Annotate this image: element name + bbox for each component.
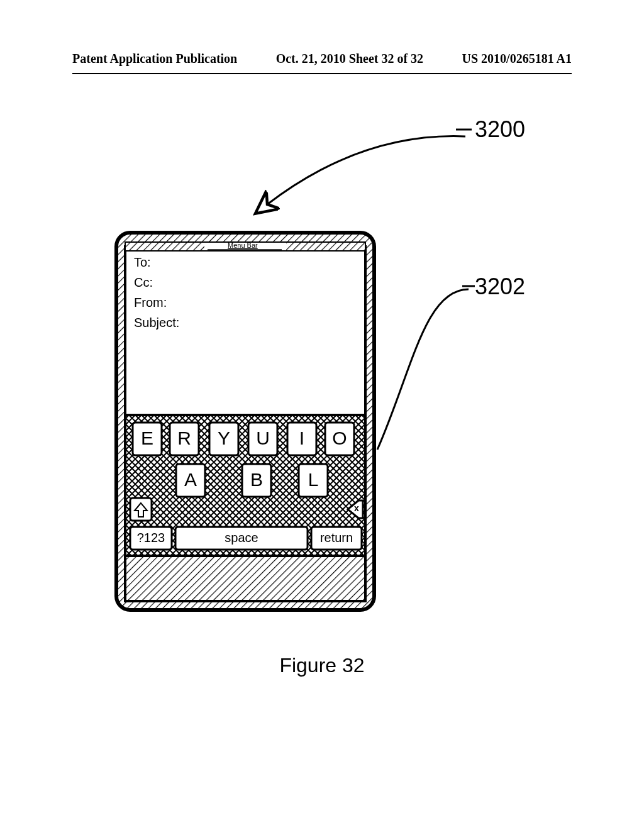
key-Y: Y <box>209 428 238 449</box>
key-A: A <box>176 469 205 490</box>
key-O: O <box>325 428 354 449</box>
field-to: To: <box>134 255 151 270</box>
header-right: US 2010/0265181 A1 <box>462 52 572 70</box>
key-R: R <box>170 428 199 449</box>
key-space: space <box>175 531 308 545</box>
page-header: Patent Application Publication Oct. 21, … <box>72 52 572 74</box>
device-drawing <box>72 101 572 650</box>
page: Patent Application Publication Oct. 21, … <box>0 0 644 830</box>
field-from: From: <box>134 296 167 310</box>
field-cc: Cc: <box>134 275 153 290</box>
key-E: E <box>133 428 162 449</box>
svg-rect-6 <box>125 246 365 416</box>
key-U: U <box>248 428 277 449</box>
figure-caption: Figure 32 <box>72 654 572 677</box>
header-center: Oct. 21, 2010 Sheet 32 of 32 <box>276 52 423 70</box>
menu-bar-label: Menu Bar <box>228 241 258 249</box>
key-B: B <box>242 469 271 490</box>
figure-32: 3200 3202 <box>72 101 572 729</box>
svg-rect-11 <box>125 556 365 601</box>
key-return: return <box>311 531 362 545</box>
key-I: I <box>287 428 316 449</box>
key-L: L <box>299 469 328 490</box>
header-left: Patent Application Publication <box>72 52 237 70</box>
key-mode: ?123 <box>130 531 172 545</box>
field-subject: Subject: <box>134 316 179 330</box>
backspace-icon: x <box>354 503 359 513</box>
